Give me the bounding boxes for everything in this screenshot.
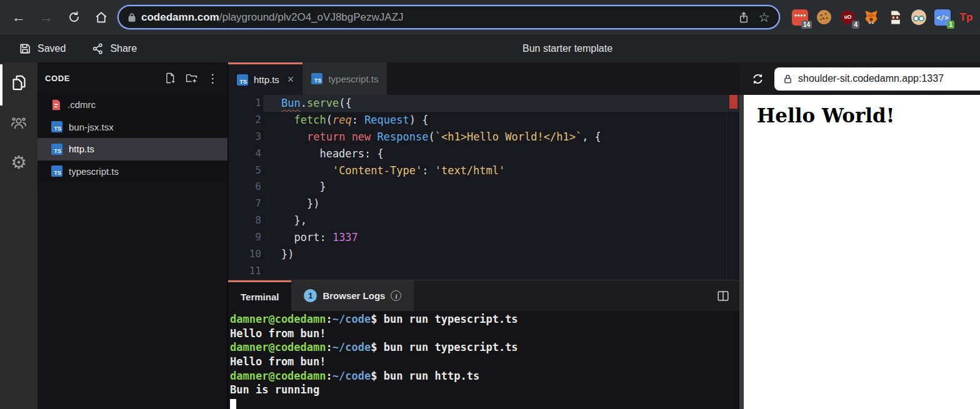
browser-logs-badge: 1 xyxy=(304,289,317,302)
terminal-line: Hello from bun! xyxy=(230,355,739,369)
teleparty-label: Tp xyxy=(960,11,973,24)
people-icon xyxy=(10,114,28,131)
ublock-origin-extension-icon[interactable]: uO 4 xyxy=(839,9,856,26)
privacy-doc-extension-icon[interactable] xyxy=(886,9,904,26)
back-icon[interactable]: ← xyxy=(8,6,30,29)
tab-typescript-ts[interactable]: TS typescript.ts xyxy=(302,62,388,95)
line-number: 7 xyxy=(228,195,261,212)
code-line[interactable]: 1Bun.serve({ xyxy=(228,95,739,112)
reload-icon[interactable] xyxy=(62,6,85,29)
tab-http-ts[interactable]: TS http.ts × xyxy=(228,62,302,95)
file-label: typescript.ts xyxy=(69,166,119,177)
forward-icon[interactable]: → xyxy=(35,6,58,29)
line-content: Bun.serve({ xyxy=(261,95,352,112)
browser-logs-label: Browser Logs xyxy=(322,290,385,301)
new-folder-icon[interactable] xyxy=(185,72,198,84)
preview-url: shoulder-sit.codedamn.app:1337 xyxy=(798,73,944,84)
bookmark-star-icon[interactable]: ☆ xyxy=(758,11,770,24)
lock-icon xyxy=(783,74,792,84)
line-content: }) xyxy=(261,195,319,212)
line-content: return new Response(`<h1>Hello World!</h… xyxy=(261,129,601,145)
ts-file-icon: TS xyxy=(237,74,248,86)
line-number: 3 xyxy=(228,129,261,145)
line-number: 5 xyxy=(228,162,261,179)
terminal-cursor xyxy=(230,399,236,409)
extension-badge: 4 xyxy=(852,21,859,29)
line-number: 11 xyxy=(228,263,261,280)
red-dots-extension-icon[interactable]: 14 xyxy=(791,9,809,26)
code-line[interactable]: 6 } xyxy=(228,179,739,195)
avatar-glasses-extension-icon[interactable] xyxy=(910,9,928,26)
editor-column: TS http.ts × TS typescript.ts 1Bun.serve… xyxy=(228,62,739,409)
line-content: port: 1337 xyxy=(261,229,358,246)
project-title: Bun starter template xyxy=(522,43,612,54)
share-button[interactable]: Share xyxy=(92,42,137,55)
explorer-menu-icon[interactable]: ⋮ xyxy=(207,72,219,84)
extensions-bar: 14 uO 4 xyxy=(791,9,978,26)
line-number: 8 xyxy=(228,212,261,229)
metamask-extension-icon[interactable] xyxy=(862,9,880,26)
file-row-http-ts[interactable]: TShttp.ts xyxy=(38,138,228,160)
save-floppy-icon xyxy=(19,42,31,55)
terminal-line: Hello from bun! xyxy=(230,327,739,341)
teleparty-extension-icon[interactable]: Tp xyxy=(958,9,975,26)
url-text: codedamn.com/playground/plv2O4_oVJ8bgPez… xyxy=(141,11,733,24)
url-host: codedamn.com xyxy=(141,11,219,23)
line-content: }) xyxy=(261,246,294,263)
code-line[interactable]: 5 'Content-Type': 'text/html' xyxy=(228,162,739,179)
devtools-extension-icon[interactable]: </> 1 xyxy=(934,9,951,26)
code-line[interactable]: 8 }, xyxy=(228,212,739,229)
line-number: 6 xyxy=(228,179,261,195)
code-editor[interactable]: 1Bun.serve({2 fetch(req: Request) {3 ret… xyxy=(228,95,739,280)
panel-divider[interactable] xyxy=(739,95,744,409)
cdmrc-file-icon xyxy=(51,99,61,111)
saved-button[interactable]: Saved xyxy=(19,42,66,55)
url-bar[interactable]: codedamn.com/playground/plv2O4_oVJ8bgPez… xyxy=(118,5,780,29)
code-line[interactable]: 3 return new Response(`<h1>Hello World!<… xyxy=(228,129,739,145)
file-label: http.ts xyxy=(69,144,94,154)
app-toolbar: Saved Share Bun starter template xyxy=(0,34,980,62)
ts-file-icon: TS xyxy=(51,121,62,132)
code-line[interactable]: 7 }) xyxy=(228,195,739,212)
sidebar-item-collaborate[interactable] xyxy=(0,102,38,142)
preview-url-bar[interactable]: shoulder-sit.codedamn.app:1337 xyxy=(774,67,980,91)
code-line[interactable]: 11 xyxy=(228,263,739,280)
new-file-icon[interactable] xyxy=(164,72,176,84)
code-line[interactable]: 10}) xyxy=(228,246,739,263)
line-content: 'Content-Type': 'text/html' xyxy=(261,162,505,179)
file-row--cdmrc[interactable]: .cdmrc xyxy=(38,94,228,116)
share-page-icon[interactable] xyxy=(738,11,749,24)
cookie-extension-icon[interactable] xyxy=(815,9,832,26)
split-view-icon[interactable] xyxy=(707,280,739,311)
tab-terminal[interactable]: Terminal xyxy=(228,280,291,311)
tab-browser-logs[interactable]: 1 Browser Logs i xyxy=(291,280,414,311)
code-line[interactable]: 4 headers: { xyxy=(228,145,739,162)
hello-world-heading: Hello World! xyxy=(757,104,980,127)
refresh-icon[interactable] xyxy=(748,69,767,88)
code-line[interactable]: 2 fetch(req: Request) { xyxy=(228,112,739,129)
line-number: 10 xyxy=(228,246,261,263)
ts-file-icon: TS xyxy=(311,73,322,84)
sidebar-item-settings[interactable]: ⚙ xyxy=(0,142,38,182)
share-label: Share xyxy=(110,43,137,54)
terminal-tab-label: Terminal xyxy=(241,292,279,302)
browser-chrome: ← → codedamn.com/playground/plv2O4_oVJ8b… xyxy=(0,0,980,34)
preview-body: Hello World! xyxy=(739,95,980,409)
line-number: 4 xyxy=(228,145,261,162)
line-content: }, xyxy=(261,212,307,229)
line-content xyxy=(261,263,281,280)
file-label: bun-jsx.tsx xyxy=(69,122,114,132)
explorer-header: CODE ⋮ xyxy=(38,62,228,94)
tab-label: http.ts xyxy=(254,74,279,85)
terminal-output[interactable]: damner@codedamn:~/code$ bun run typescri… xyxy=(228,311,739,409)
home-icon[interactable] xyxy=(90,6,112,29)
file-row-typescript-ts[interactable]: TStypescript.ts xyxy=(38,160,228,183)
line-content: headers: { xyxy=(261,145,384,162)
close-tab-icon[interactable]: × xyxy=(288,73,294,86)
code-line[interactable]: 9 port: 1337 xyxy=(228,229,739,246)
info-icon: i xyxy=(391,290,401,301)
url-path: /playground/plv2O4_oVJ8bgPezwJAZJ xyxy=(219,11,404,23)
screen: ← → codedamn.com/playground/plv2O4_oVJ8b… xyxy=(0,0,980,409)
file-row-bun-jsx-tsx[interactable]: TSbun-jsx.tsx xyxy=(38,116,228,139)
sidebar-item-files[interactable] xyxy=(0,62,38,102)
